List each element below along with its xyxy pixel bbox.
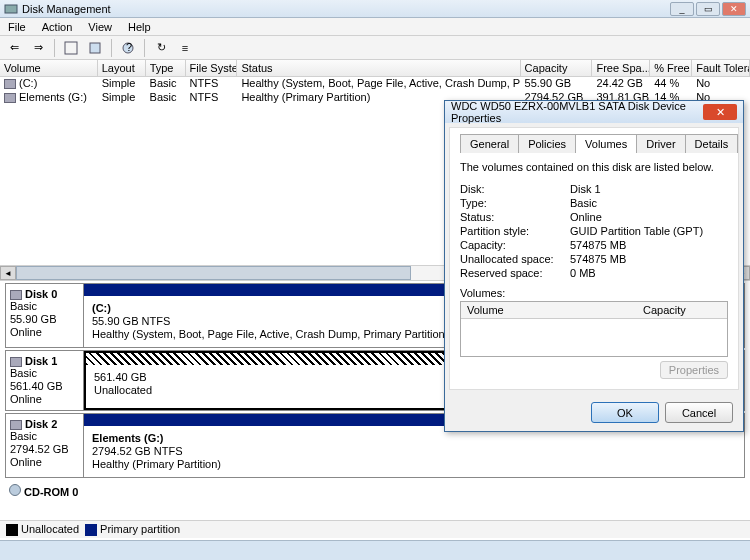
dialog-title: WDC WD50 EZRX-00MVLB1 SATA Disk Device P… (451, 100, 703, 124)
col-status[interactable]: Status (237, 60, 520, 76)
disk-icon (10, 357, 22, 367)
volume-list-header: Volume Layout Type File System Status Ca… (0, 60, 750, 77)
menu-help[interactable]: Help (120, 21, 159, 33)
col-capacity[interactable]: Capacity (521, 60, 593, 76)
disk-icon (10, 290, 22, 300)
col-type[interactable]: Type (146, 60, 186, 76)
col-layout[interactable]: Layout (98, 60, 146, 76)
col-pct[interactable]: % Free (650, 60, 692, 76)
svg-rect-0 (5, 5, 17, 13)
svg-text:?: ? (126, 41, 132, 53)
maximize-button[interactable]: ▭ (696, 2, 720, 16)
dialog-titlebar[interactable]: WDC WD50 EZRX-00MVLB1 SATA Disk Device P… (445, 101, 743, 123)
dialog-intro: The volumes contained on this disk are l… (460, 161, 728, 173)
dialog-close-button[interactable]: ✕ (703, 104, 737, 120)
vol-col-capacity[interactable]: Capacity (637, 302, 727, 318)
cancel-button[interactable]: Cancel (665, 402, 733, 423)
menubar: File Action View Help (0, 18, 750, 36)
svg-rect-1 (65, 42, 77, 54)
properties-dialog: WDC WD50 EZRX-00MVLB1 SATA Disk Device P… (444, 100, 744, 432)
col-free[interactable]: Free Spa... (592, 60, 650, 76)
legend-unallocated-icon (6, 524, 18, 536)
window-border-bottom (0, 540, 750, 560)
disk-icon (10, 420, 22, 430)
volume-icon (4, 93, 16, 103)
help-icon[interactable]: ? (118, 38, 138, 58)
col-volume[interactable]: Volume (0, 60, 98, 76)
vol-col-volume[interactable]: Volume (461, 302, 637, 318)
volumes-listbox[interactable]: Volume Capacity (460, 301, 728, 357)
app-icon (4, 2, 18, 16)
dialog-tabs: General Policies Volumes Driver Details (460, 134, 728, 153)
view-icon[interactable] (61, 38, 81, 58)
disk-panel[interactable]: CD-ROM 0 (5, 480, 745, 502)
legend-primary-icon (85, 524, 97, 536)
back-button[interactable]: ⇐ (4, 38, 24, 58)
tab-general[interactable]: General (460, 134, 519, 153)
volumes-label: Volumes: (460, 287, 728, 299)
menu-file[interactable]: File (0, 21, 34, 33)
legend-unallocated-label: Unallocated (21, 523, 79, 535)
properties-button: Properties (660, 361, 728, 379)
close-button[interactable]: ✕ (722, 2, 746, 16)
toolbar: ⇐ ⇒ ? ↻ ≡ (0, 36, 750, 60)
ok-button[interactable]: OK (591, 402, 659, 423)
scroll-thumb[interactable] (16, 266, 411, 280)
tab-details[interactable]: Details (685, 134, 739, 153)
col-ft[interactable]: Fault Tolerance (692, 60, 750, 76)
menu-view[interactable]: View (80, 21, 120, 33)
forward-button[interactable]: ⇒ (28, 38, 48, 58)
properties-icon[interactable] (85, 38, 105, 58)
volume-row[interactable]: (C:) Simple Basic NTFS Healthy (System, … (0, 77, 750, 91)
tab-policies[interactable]: Policies (518, 134, 576, 153)
refresh-icon[interactable]: ↻ (151, 38, 171, 58)
titlebar: Disk Management _ ▭ ✕ (0, 0, 750, 18)
col-fs[interactable]: File System (186, 60, 238, 76)
legend-primary-label: Primary partition (100, 523, 180, 535)
svg-rect-2 (90, 43, 100, 53)
legend: Unallocated Primary partition (0, 520, 750, 538)
scroll-left-button[interactable]: ◄ (0, 266, 16, 280)
list-icon[interactable]: ≡ (175, 38, 195, 58)
window-title: Disk Management (22, 3, 670, 15)
volume-icon (4, 79, 16, 89)
menu-action[interactable]: Action (34, 21, 81, 33)
tab-volumes[interactable]: Volumes (575, 134, 637, 153)
minimize-button[interactable]: _ (670, 2, 694, 16)
tab-driver[interactable]: Driver (636, 134, 685, 153)
cdrom-icon (9, 484, 21, 496)
